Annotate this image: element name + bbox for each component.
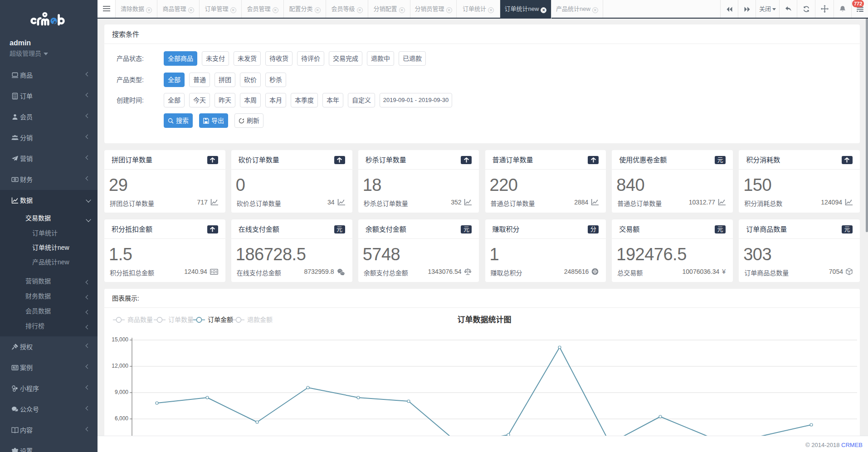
svg-text:0: 0	[15, 178, 16, 181]
